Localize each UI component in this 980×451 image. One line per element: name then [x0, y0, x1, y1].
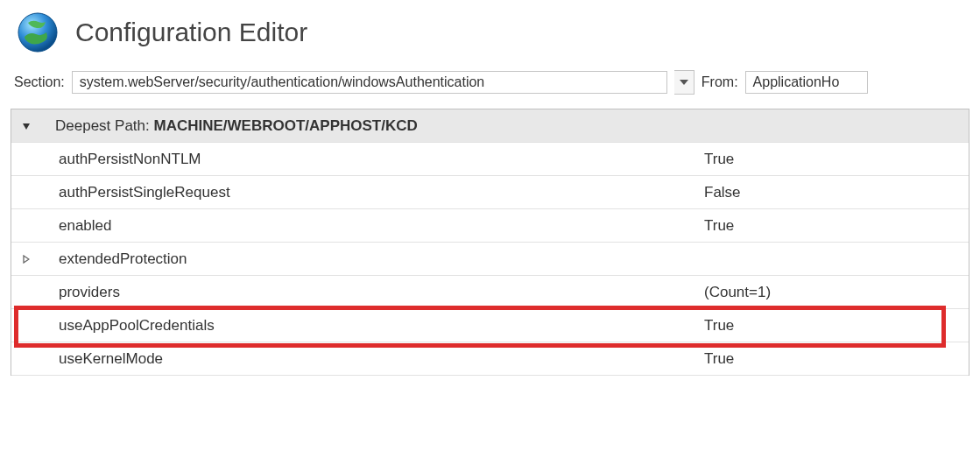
from-value: ApplicationHo: [753, 74, 840, 89]
section-dropdown-arrow[interactable]: [674, 70, 694, 95]
prop-value[interactable]: True: [697, 217, 969, 235]
table-row[interactable]: enabled True: [11, 209, 969, 243]
prop-name: authPersistSingleRequest: [41, 184, 697, 201]
from-label: From:: [702, 74, 738, 90]
grid-header-row[interactable]: Deepest Path: MACHINE/WEBROOT/APPHOST/KC…: [11, 109, 969, 143]
section-dropdown[interactable]: system.webServer/security/authentication…: [72, 71, 667, 94]
prop-name: useAppPoolCredentials: [41, 317, 697, 335]
table-row[interactable]: useAppPoolCredentials True: [11, 309, 969, 342]
prop-name: extendedProtection: [41, 250, 697, 268]
prop-value[interactable]: False: [697, 184, 969, 201]
table-row[interactable]: providers (Count=1): [11, 276, 969, 309]
prop-name: providers: [41, 284, 697, 301]
prop-name: useKernelMode: [41, 350, 697, 368]
collapse-icon[interactable]: [11, 122, 41, 130]
section-label: Section:: [14, 74, 65, 90]
toolbar: Section: system.webServer/security/authe…: [0, 67, 980, 103]
prop-name: enabled: [41, 217, 697, 235]
table-row[interactable]: authPersistNonNTLM True: [11, 143, 969, 176]
prop-value[interactable]: True: [697, 350, 969, 368]
page-header: Configuration Editor: [0, 0, 980, 67]
prop-value[interactable]: True: [697, 317, 969, 335]
table-row[interactable]: extendedProtection: [11, 243, 969, 276]
expand-icon[interactable]: [11, 255, 41, 264]
table-row[interactable]: authPersistSingleRequest False: [11, 176, 969, 209]
table-row[interactable]: useKernelMode True: [11, 342, 969, 376]
svg-point-0: [18, 13, 57, 52]
prop-name: authPersistNonNTLM: [41, 151, 697, 168]
globe-icon: [16, 11, 60, 54]
page-title: Configuration Editor: [75, 18, 307, 47]
prop-value[interactable]: True: [697, 151, 969, 168]
from-dropdown[interactable]: ApplicationHo: [745, 71, 868, 94]
property-grid: Deepest Path: MACHINE/WEBROOT/APPHOST/KC…: [11, 109, 969, 376]
grid-header-label: Deepest Path: MACHINE/WEBROOT/APPHOST/KC…: [41, 117, 697, 135]
prop-value[interactable]: (Count=1): [697, 284, 969, 301]
section-value: system.webServer/security/authentication…: [80, 74, 484, 90]
